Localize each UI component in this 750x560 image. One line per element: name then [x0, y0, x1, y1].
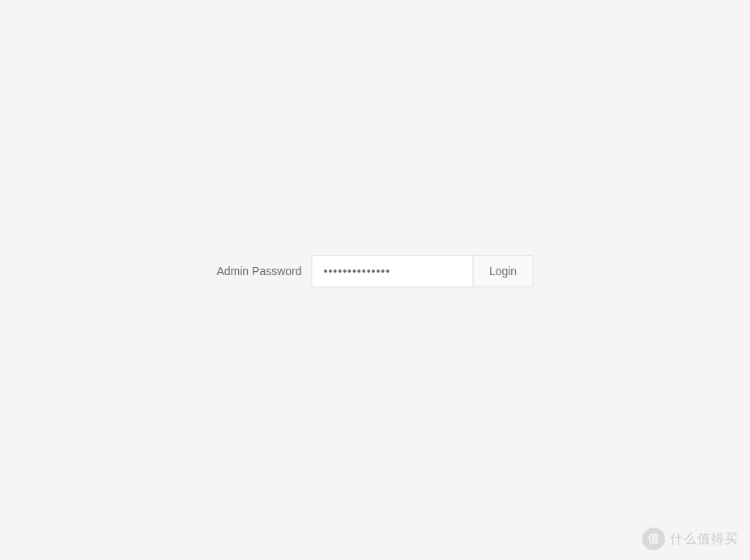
input-group: Login: [312, 255, 534, 287]
watermark-badge-icon: 值: [642, 528, 665, 550]
watermark: 值 什么值得买: [642, 528, 739, 550]
password-label: Admin Password: [216, 265, 301, 278]
login-button[interactable]: Login: [473, 256, 533, 286]
watermark-text: 什么值得买: [670, 531, 739, 548]
login-form: Admin Password Login: [216, 255, 533, 287]
admin-password-input[interactable]: [313, 256, 473, 286]
watermark-icon-text: 值: [648, 532, 659, 546]
